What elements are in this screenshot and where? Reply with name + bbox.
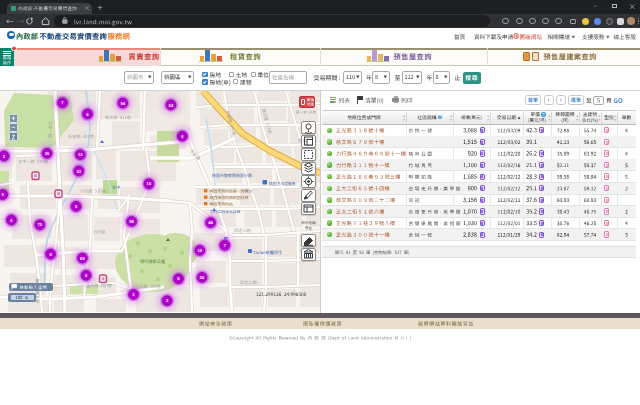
svg-text:16: 16	[147, 181, 152, 186]
svg-text:94: 94	[121, 101, 126, 106]
svg-text:56: 56	[200, 275, 205, 280]
svg-text:44: 44	[208, 220, 213, 225]
svg-text:36: 36	[45, 151, 50, 156]
svg-text:13: 13	[78, 152, 83, 157]
svg-text:89: 89	[80, 256, 85, 261]
svg-text:75: 75	[38, 222, 43, 227]
svg-text:24: 24	[169, 103, 174, 108]
svg-text:33: 33	[77, 169, 82, 174]
svg-text:98: 98	[129, 219, 134, 224]
svg-text:19: 19	[198, 248, 203, 253]
